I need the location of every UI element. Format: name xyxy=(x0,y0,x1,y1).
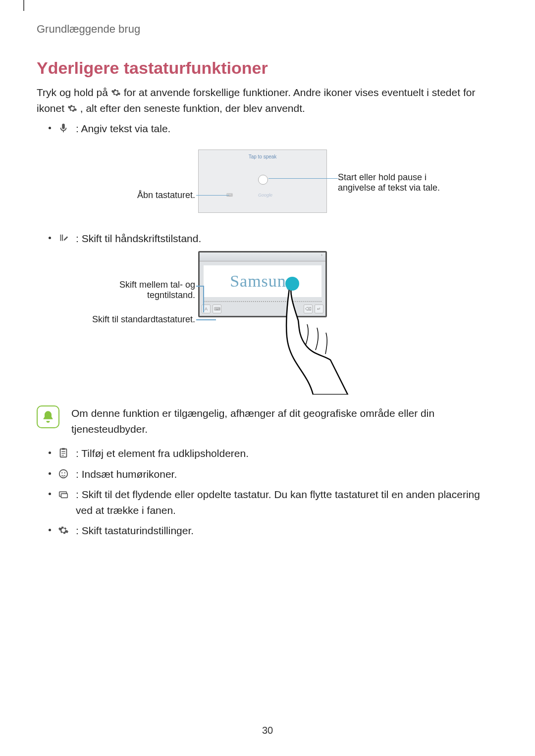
svg-rect-6 xyxy=(61,494,67,498)
floating-keyboard-icon xyxy=(58,488,69,499)
callout-mode-toggle: Skift mellem tal- og tegntilstand. xyxy=(81,280,195,301)
intro-paragraph: Tryk og hold på for at anvende forskelli… xyxy=(37,85,498,116)
note-block: Om denne funktion er tilgængelig, afhæng… xyxy=(37,405,498,437)
bullet-marker xyxy=(49,472,51,475)
bullet-marker xyxy=(49,529,51,531)
voice-pause-button xyxy=(258,175,268,185)
gear-icon xyxy=(67,102,77,112)
svg-rect-1 xyxy=(62,448,65,450)
clipboard-icon xyxy=(58,447,69,458)
bullet-emoji: : Indsæt humørikoner. xyxy=(37,466,498,482)
svg-point-3 xyxy=(61,472,62,473)
intro-text-3: , alt efter den seneste funktion, der bl… xyxy=(80,102,305,114)
bullet-floating-text: : Skift til det flydende eller opdelte t… xyxy=(76,487,498,518)
touch-point-icon xyxy=(285,277,299,291)
google-label: Google xyxy=(258,193,272,198)
bullet-marker xyxy=(49,493,51,495)
intro-text-1: Tryk og hold på xyxy=(37,87,111,98)
figure-handwriting-panel: › Samsung A ⌨ ⌫ ↵ Skift mellem tal- og t… xyxy=(37,251,498,395)
bullet-clipboard-text: : Tilføj et element fra udklipsholderen. xyxy=(76,446,498,461)
callout-line xyxy=(203,286,204,312)
bullet-settings-text: : Skift tastaturindstillinger. xyxy=(76,523,498,539)
page-number: 30 xyxy=(0,725,535,736)
bullet-marker xyxy=(49,452,51,454)
note-text: Om denne funktion er tilgængelig, afhæng… xyxy=(71,405,498,437)
note-bell-icon xyxy=(37,405,59,428)
callout-line xyxy=(196,195,229,196)
bullet-handwriting-text: : Skift til håndskriftstilstand. xyxy=(76,231,498,247)
emoji-icon xyxy=(58,468,69,479)
breadcrumb: Grundlæggende brug xyxy=(37,23,498,36)
hw-standard-keyboard-icon: ⌨ xyxy=(213,304,221,313)
gear-icon xyxy=(58,524,69,535)
svg-point-2 xyxy=(59,469,68,478)
callout-line xyxy=(268,178,338,179)
bullet-marker xyxy=(49,127,51,129)
gear-icon xyxy=(111,86,121,96)
callout-line xyxy=(196,286,203,287)
tap-to-speak-label: Tap to speak xyxy=(199,154,326,159)
page-corner-marker xyxy=(23,0,24,11)
handwriting-icon xyxy=(58,232,69,243)
bullet-floating-keyboard: : Skift til det flydende eller opdelte t… xyxy=(37,487,498,518)
hw-panel-top: › xyxy=(200,252,325,261)
section-heading: Yderligere tastaturfunktioner xyxy=(37,58,498,78)
callout-voice-pause: Start eller hold pause i angivelse af te… xyxy=(338,172,462,193)
svg-rect-0 xyxy=(60,449,67,457)
bullet-settings: : Skift tastaturindstillinger. xyxy=(37,523,498,539)
figure-voice-panel: Tap to speak ⌨ Google Åbn tastaturet. St… xyxy=(37,149,498,223)
voice-panel-ui: Tap to speak ⌨ Google xyxy=(198,150,327,213)
bullet-voice: : Angiv tekst via tale. xyxy=(37,121,498,137)
bullet-voice-text: : Angiv tekst via tale. xyxy=(76,121,498,137)
callout-open-keyboard: Åbn tastaturet. xyxy=(101,190,195,201)
bullet-emoji-text: : Indsæt humørikoner. xyxy=(76,466,498,482)
bullet-handwriting: : Skift til håndskriftstilstand. xyxy=(37,231,498,247)
hand-pointer-illustration xyxy=(278,271,353,395)
bullet-marker xyxy=(49,237,51,239)
microphone-icon xyxy=(58,122,69,133)
bullet-clipboard: : Tilføj et element fra udklipsholderen. xyxy=(37,446,498,461)
callout-standard-keyboard: Skift til standardtastaturet. xyxy=(66,314,195,325)
svg-point-4 xyxy=(64,472,65,473)
callout-line xyxy=(196,319,216,320)
